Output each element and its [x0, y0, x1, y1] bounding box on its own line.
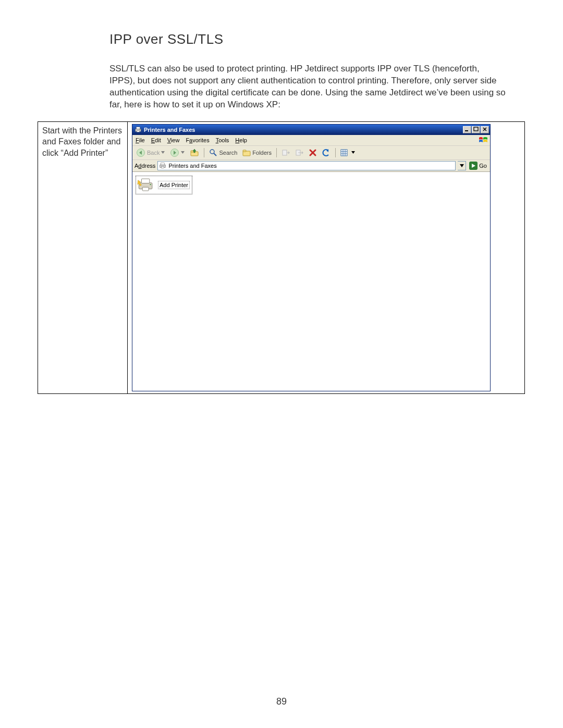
toolbar-sep-1 [204, 148, 204, 157]
svg-rect-1 [137, 127, 140, 129]
toolbar-undo-button[interactable] [321, 147, 332, 158]
window-maximize-button[interactable] [472, 126, 480, 133]
toolbar-up-button[interactable] [188, 147, 201, 158]
svg-rect-5 [474, 127, 478, 131]
toolbar-moveto-button[interactable] [293, 147, 305, 158]
address-bar: Address Printers and Faxes [132, 160, 490, 172]
menu-favorites[interactable]: Favorites [186, 137, 209, 143]
svg-point-3 [140, 129, 140, 130]
address-folder-icon [159, 162, 166, 169]
toolbar-forward-button[interactable] [168, 147, 186, 158]
menu-bar: File Edit View Favorites Tools Help [132, 135, 490, 146]
printers-folder-icon [134, 126, 142, 133]
svg-point-32 [150, 184, 151, 185]
toolbar-search-label: Search [219, 150, 237, 156]
svg-rect-2 [137, 131, 139, 132]
windows-logo-icon [479, 136, 488, 144]
add-printer-label: Add Printer [158, 181, 190, 189]
toolbar-folders-label: Folders [252, 150, 272, 156]
svg-rect-31 [142, 187, 149, 191]
menu-file[interactable]: File [136, 137, 145, 143]
printer-wizard-icon [137, 177, 155, 193]
address-value: Printers and Faxes [168, 163, 216, 169]
window-titlebar: Printers and Faxes [132, 125, 490, 135]
svg-line-13 [214, 153, 216, 156]
svg-rect-4 [465, 130, 468, 131]
address-field[interactable]: Printers and Faxes [157, 161, 456, 170]
folder-content-area: Add Printer [132, 172, 490, 391]
toolbar-sep-3 [335, 148, 336, 157]
toolbar-back-button[interactable]: Back [134, 147, 166, 158]
toolbar-back-label: Back [147, 150, 160, 156]
step-screenshot-cell: Printers and Faxes [128, 121, 525, 393]
svg-rect-27 [162, 167, 164, 168]
section-paragraph: SSL/TLS can also be used to protect prin… [109, 63, 506, 111]
address-label: Address [134, 163, 155, 169]
steps-table: Start with the Printers and Faxes folder… [38, 121, 525, 394]
address-dropdown[interactable] [458, 161, 466, 170]
page-number: 89 [0, 696, 563, 707]
window-minimize-button[interactable] [463, 126, 471, 133]
address-go-button[interactable]: Go [468, 162, 488, 170]
menu-help[interactable]: Help [235, 137, 247, 143]
toolbar-delete-button[interactable] [307, 147, 319, 158]
toolbar-views-button[interactable] [339, 147, 357, 158]
toolbar-copyto-button[interactable] [280, 147, 291, 158]
window-close-button[interactable] [481, 126, 489, 133]
step-instruction: Start with the Printers and Faxes folder… [38, 121, 128, 393]
menu-edit[interactable]: Edit [151, 137, 161, 143]
toolbar-folders-button[interactable]: Folders [241, 147, 273, 158]
address-go-label: Go [479, 163, 487, 169]
section-heading: IPP over SSL/TLS [109, 31, 527, 47]
svg-rect-30 [142, 179, 150, 183]
svg-point-12 [210, 150, 214, 154]
xp-window: Printers and Faxes [132, 124, 491, 391]
svg-rect-16 [283, 150, 287, 155]
window-title: Printers and Faxes [144, 127, 195, 133]
menu-tools[interactable]: Tools [216, 137, 229, 143]
svg-rect-26 [161, 163, 165, 165]
svg-rect-15 [243, 150, 246, 152]
menu-view[interactable]: View [167, 137, 180, 143]
svg-rect-20 [341, 150, 347, 156]
add-printer-item[interactable]: Add Printer [136, 176, 192, 194]
toolbar-sep-2 [276, 148, 277, 157]
toolbar: Back [132, 146, 490, 160]
toolbar-search-button[interactable]: Search [207, 147, 239, 158]
